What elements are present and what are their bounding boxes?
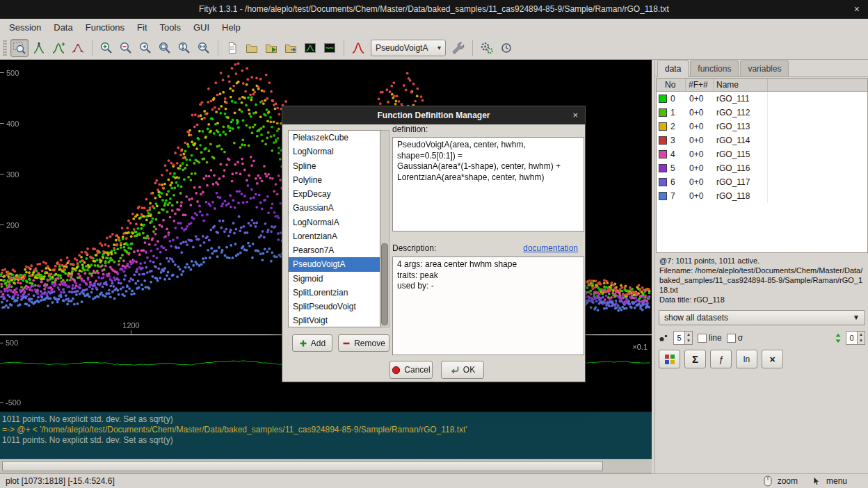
- ok-button[interactable]: OK: [441, 361, 484, 379]
- menu-data[interactable]: Data: [47, 19, 79, 36]
- tab-data[interactable]: data: [657, 60, 689, 77]
- function-type-item[interactable]: LogNormalA: [289, 215, 380, 229]
- sidebar: data functions variables No #F+# Name 00…: [654, 60, 868, 473]
- fit-run-button[interactable]: [478, 39, 496, 57]
- function-type-item[interactable]: SplitPseudoVoigt: [289, 300, 380, 314]
- function-type-item[interactable]: LogNormal: [289, 145, 380, 158]
- tab-variables[interactable]: variables: [740, 60, 789, 76]
- function-view-button[interactable]: ƒ: [710, 350, 732, 368]
- stepper-down-icon[interactable]: ▼: [858, 338, 865, 344]
- function-type-item[interactable]: Spline: [289, 159, 380, 173]
- table-row[interactable]: 70+0rGO_118: [657, 189, 867, 203]
- function-type-item[interactable]: PielaszekCube: [289, 131, 380, 145]
- toolbar: PseudoVoigtA ▾: [0, 36, 868, 60]
- output-console[interactable]: 1011 points. No explicit std. dev. Set a…: [0, 412, 652, 459]
- add-function-button[interactable]: [349, 39, 367, 57]
- dataset-color-swatch: [659, 150, 667, 158]
- shift-stepper[interactable]: 0▲▼: [846, 331, 865, 345]
- status-coordinates: plot [1073:1818] [-15.4:524.6]: [0, 476, 115, 486]
- menu-tools[interactable]: Tools: [154, 19, 187, 36]
- dialog-close-icon[interactable]: ×: [572, 106, 578, 124]
- function-type-item[interactable]: Sigmoid: [289, 272, 380, 286]
- zoom-vertical-fit-button[interactable]: [175, 39, 193, 57]
- window-close-icon[interactable]: ×: [854, 0, 860, 19]
- table-row[interactable]: 20+0rGO_113: [657, 120, 867, 133]
- export-data-button[interactable]: [282, 39, 300, 57]
- table-row[interactable]: 00+0rGO_111: [657, 92, 867, 106]
- delete-dataset-button[interactable]: ×: [762, 350, 783, 368]
- cancel-button[interactable]: Cancel: [389, 361, 433, 379]
- dataset-info: @7: 1011 points, 1011 active. Filename: …: [659, 256, 864, 304]
- stepper-down-icon[interactable]: ▼: [685, 338, 692, 344]
- zoom-out-button[interactable]: [117, 39, 135, 57]
- execute-script-icon: [264, 41, 278, 55]
- window-title: Fityk 1.3.1 - /home/aleplo/test/Document…: [199, 4, 669, 14]
- function-type-item[interactable]: GaussianA: [289, 201, 380, 215]
- fit-history-button[interactable]: [497, 39, 515, 57]
- activate-data-mode-button[interactable]: [69, 39, 87, 57]
- table-row[interactable]: 60+0rGO_117: [657, 175, 867, 189]
- export-data-icon: [284, 41, 298, 55]
- menubar: Session Data Functions Fit Tools GUI Hel…: [0, 19, 868, 36]
- function-type-item[interactable]: SplitLorentzian: [289, 286, 380, 300]
- execute-script-button[interactable]: [262, 39, 280, 57]
- vertical-shift-icon: [833, 333, 843, 343]
- zoom-horizontal-fit-button[interactable]: [195, 39, 213, 57]
- documentation-link[interactable]: documentation: [523, 243, 578, 253]
- table-row[interactable]: 50+0rGO_116: [657, 161, 867, 175]
- add-peak-mode-button[interactable]: [49, 39, 67, 57]
- function-list-scrollbar-thumb[interactable]: [381, 243, 388, 325]
- dataset-colors-button[interactable]: [659, 350, 680, 368]
- description-textarea[interactable]: 4 args: area center hwhm shape traits: p…: [392, 257, 584, 355]
- table-row[interactable]: 40+0rGO_115: [657, 147, 867, 161]
- aux-plot-config-button[interactable]: [321, 39, 339, 57]
- menu-functions[interactable]: Functions: [79, 19, 131, 36]
- function-type-item[interactable]: LorentzianA: [289, 229, 380, 243]
- function-type-item[interactable]: Polyline: [289, 173, 380, 187]
- sigma-checkbox[interactable]: [727, 334, 736, 343]
- menu-session[interactable]: Session: [3, 19, 47, 36]
- statusbar: plot [1073:1818] [-15.4:524.6] zoom menu: [0, 473, 868, 488]
- dataset-filter-select[interactable]: show all datasets ▼: [659, 310, 865, 325]
- menu-fit[interactable]: Fit: [131, 19, 153, 36]
- function-type-item[interactable]: ExpDecay: [289, 187, 380, 201]
- vertical-zoom-mode-button[interactable]: [30, 39, 48, 57]
- zoom-previous-button[interactable]: [136, 39, 154, 57]
- menu-help[interactable]: Help: [216, 19, 247, 36]
- table-row[interactable]: 30+0rGO_114: [657, 133, 867, 147]
- open-data-icon: [245, 41, 259, 55]
- settings-wrench-button[interactable]: [449, 39, 467, 57]
- function-list-scrollbar[interactable]: [380, 130, 389, 327]
- formula-view-button[interactable]: ln: [736, 350, 757, 368]
- description-label: Description:: [392, 243, 436, 253]
- point-size-icon: [659, 333, 668, 343]
- main-plot-config-button[interactable]: [301, 39, 319, 57]
- function-type-item-selected[interactable]: PseudoVoigtA: [289, 257, 380, 271]
- tab-functions[interactable]: functions: [690, 60, 739, 76]
- formula-icon: ln: [744, 355, 750, 364]
- new-script-icon: [225, 41, 239, 55]
- stepper-up-icon[interactable]: ▲: [685, 332, 692, 338]
- mouse-left-hint-icon: [764, 475, 772, 487]
- horizontal-scrollbar-thumb[interactable]: [2, 461, 603, 471]
- open-data-button[interactable]: [243, 39, 261, 57]
- stepper-up-icon[interactable]: ▲: [858, 332, 865, 338]
- menu-gui[interactable]: GUI: [187, 19, 216, 36]
- table-row[interactable]: 10+0rGO_112: [657, 106, 867, 120]
- zoom-rect-mode-button[interactable]: [10, 39, 29, 57]
- zoom-all-button[interactable]: [156, 39, 174, 57]
- point-size-stepper[interactable]: 5▲▼: [673, 331, 693, 345]
- definition-textarea[interactable]: PseudoVoigtA(area, center, hwhm, shape=0…: [392, 137, 584, 231]
- function-type-select[interactable]: PseudoVoigtA ▾: [371, 40, 446, 56]
- add-button[interactable]: Add: [292, 334, 332, 352]
- zoom-in-button[interactable]: [97, 39, 115, 57]
- function-type-item[interactable]: SplitVoigt: [289, 314, 380, 327]
- horizontal-scrollbar[interactable]: [0, 459, 652, 473]
- new-script-button[interactable]: [223, 39, 241, 57]
- function-type-item[interactable]: Pearson7A: [289, 243, 380, 257]
- sidebar-tabs: data functions variables: [655, 60, 868, 77]
- line-checkbox[interactable]: [698, 334, 707, 343]
- function-type-list: PielaszekCube LogNormal Spline Polyline …: [288, 130, 380, 327]
- sum-button[interactable]: Σ: [684, 350, 706, 368]
- remove-button[interactable]: Remove: [338, 334, 389, 352]
